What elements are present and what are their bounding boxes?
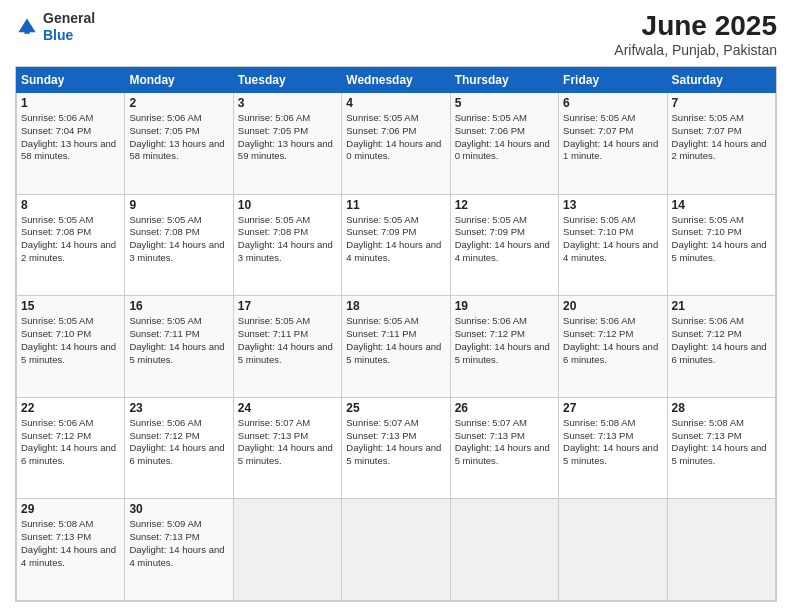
day-number: 13 (563, 198, 662, 212)
col-thursday: Thursday (450, 68, 558, 93)
col-friday: Friday (559, 68, 667, 93)
day-number: 4 (346, 96, 445, 110)
table-row: 13Sunrise: 5:05 AMSunset: 7:10 PMDayligh… (559, 194, 667, 296)
table-row: 7Sunrise: 5:05 AMSunset: 7:07 PMDaylight… (667, 93, 775, 195)
day-info: Sunrise: 5:08 AMSunset: 7:13 PMDaylight:… (21, 518, 120, 569)
day-info: Sunrise: 5:05 AMSunset: 7:10 PMDaylight:… (21, 315, 120, 366)
header: General Blue June 2025 Arifwala, Punjab,… (15, 10, 777, 58)
day-info: Sunrise: 5:05 AMSunset: 7:07 PMDaylight:… (563, 112, 662, 163)
calendar-row: 15Sunrise: 5:05 AMSunset: 7:10 PMDayligh… (17, 296, 776, 398)
day-info: Sunrise: 5:06 AMSunset: 7:12 PMDaylight:… (455, 315, 554, 366)
day-info: Sunrise: 5:05 AMSunset: 7:11 PMDaylight:… (346, 315, 445, 366)
col-monday: Monday (125, 68, 233, 93)
table-row: 4Sunrise: 5:05 AMSunset: 7:06 PMDaylight… (342, 93, 450, 195)
day-number: 22 (21, 401, 120, 415)
day-number: 14 (672, 198, 771, 212)
table-row: 11Sunrise: 5:05 AMSunset: 7:09 PMDayligh… (342, 194, 450, 296)
day-info: Sunrise: 5:05 AMSunset: 7:06 PMDaylight:… (455, 112, 554, 163)
calendar-header: Sunday Monday Tuesday Wednesday Thursday… (17, 68, 776, 93)
table-row: 12Sunrise: 5:05 AMSunset: 7:09 PMDayligh… (450, 194, 558, 296)
day-number: 20 (563, 299, 662, 313)
day-number: 3 (238, 96, 337, 110)
table-row: 5Sunrise: 5:05 AMSunset: 7:06 PMDaylight… (450, 93, 558, 195)
day-info: Sunrise: 5:09 AMSunset: 7:13 PMDaylight:… (129, 518, 228, 569)
day-number: 15 (21, 299, 120, 313)
col-tuesday: Tuesday (233, 68, 341, 93)
day-number: 18 (346, 299, 445, 313)
day-number: 9 (129, 198, 228, 212)
day-info: Sunrise: 5:05 AMSunset: 7:08 PMDaylight:… (21, 214, 120, 265)
day-info: Sunrise: 5:05 AMSunset: 7:11 PMDaylight:… (238, 315, 337, 366)
day-number: 5 (455, 96, 554, 110)
day-number: 7 (672, 96, 771, 110)
logo-icon (15, 15, 39, 39)
day-number: 27 (563, 401, 662, 415)
day-info: Sunrise: 5:07 AMSunset: 7:13 PMDaylight:… (346, 417, 445, 468)
table-row: 19Sunrise: 5:06 AMSunset: 7:12 PMDayligh… (450, 296, 558, 398)
table-row: 30Sunrise: 5:09 AMSunset: 7:13 PMDayligh… (125, 499, 233, 601)
month-title: June 2025 (614, 10, 777, 42)
table-row: 25Sunrise: 5:07 AMSunset: 7:13 PMDayligh… (342, 397, 450, 499)
table-row: 27Sunrise: 5:08 AMSunset: 7:13 PMDayligh… (559, 397, 667, 499)
title-block: June 2025 Arifwala, Punjab, Pakistan (614, 10, 777, 58)
day-info: Sunrise: 5:05 AMSunset: 7:08 PMDaylight:… (129, 214, 228, 265)
day-info: Sunrise: 5:05 AMSunset: 7:10 PMDaylight:… (672, 214, 771, 265)
calendar-body: 1Sunrise: 5:06 AMSunset: 7:04 PMDaylight… (17, 93, 776, 601)
table-row (450, 499, 558, 601)
day-number: 29 (21, 502, 120, 516)
day-number: 2 (129, 96, 228, 110)
logo-text: General Blue (43, 10, 95, 44)
calendar-row: 1Sunrise: 5:06 AMSunset: 7:04 PMDaylight… (17, 93, 776, 195)
day-info: Sunrise: 5:08 AMSunset: 7:13 PMDaylight:… (563, 417, 662, 468)
table-row: 24Sunrise: 5:07 AMSunset: 7:13 PMDayligh… (233, 397, 341, 499)
day-info: Sunrise: 5:05 AMSunset: 7:09 PMDaylight:… (346, 214, 445, 265)
table-row: 20Sunrise: 5:06 AMSunset: 7:12 PMDayligh… (559, 296, 667, 398)
day-number: 10 (238, 198, 337, 212)
table-row: 16Sunrise: 5:05 AMSunset: 7:11 PMDayligh… (125, 296, 233, 398)
logo-blue: Blue (43, 27, 73, 43)
day-info: Sunrise: 5:05 AMSunset: 7:10 PMDaylight:… (563, 214, 662, 265)
day-info: Sunrise: 5:06 AMSunset: 7:12 PMDaylight:… (672, 315, 771, 366)
day-number: 25 (346, 401, 445, 415)
day-number: 17 (238, 299, 337, 313)
day-info: Sunrise: 5:06 AMSunset: 7:05 PMDaylight:… (238, 112, 337, 163)
day-info: Sunrise: 5:08 AMSunset: 7:13 PMDaylight:… (672, 417, 771, 468)
day-info: Sunrise: 5:07 AMSunset: 7:13 PMDaylight:… (455, 417, 554, 468)
day-info: Sunrise: 5:06 AMSunset: 7:12 PMDaylight:… (21, 417, 120, 468)
day-number: 19 (455, 299, 554, 313)
table-row: 18Sunrise: 5:05 AMSunset: 7:11 PMDayligh… (342, 296, 450, 398)
day-number: 1 (21, 96, 120, 110)
day-info: Sunrise: 5:06 AMSunset: 7:12 PMDaylight:… (563, 315, 662, 366)
day-number: 8 (21, 198, 120, 212)
table-row: 26Sunrise: 5:07 AMSunset: 7:13 PMDayligh… (450, 397, 558, 499)
day-info: Sunrise: 5:05 AMSunset: 7:06 PMDaylight:… (346, 112, 445, 163)
calendar-row: 29Sunrise: 5:08 AMSunset: 7:13 PMDayligh… (17, 499, 776, 601)
logo-general: General (43, 10, 95, 26)
table-row: 2Sunrise: 5:06 AMSunset: 7:05 PMDaylight… (125, 93, 233, 195)
col-wednesday: Wednesday (342, 68, 450, 93)
day-number: 30 (129, 502, 228, 516)
day-info: Sunrise: 5:05 AMSunset: 7:07 PMDaylight:… (672, 112, 771, 163)
calendar-row: 8Sunrise: 5:05 AMSunset: 7:08 PMDaylight… (17, 194, 776, 296)
calendar-table: Sunday Monday Tuesday Wednesday Thursday… (16, 67, 776, 601)
day-info: Sunrise: 5:05 AMSunset: 7:09 PMDaylight:… (455, 214, 554, 265)
day-info: Sunrise: 5:06 AMSunset: 7:04 PMDaylight:… (21, 112, 120, 163)
table-row: 23Sunrise: 5:06 AMSunset: 7:12 PMDayligh… (125, 397, 233, 499)
table-row: 22Sunrise: 5:06 AMSunset: 7:12 PMDayligh… (17, 397, 125, 499)
table-row: 17Sunrise: 5:05 AMSunset: 7:11 PMDayligh… (233, 296, 341, 398)
day-number: 6 (563, 96, 662, 110)
svg-rect-1 (24, 29, 29, 34)
day-info: Sunrise: 5:07 AMSunset: 7:13 PMDaylight:… (238, 417, 337, 468)
table-row (342, 499, 450, 601)
day-info: Sunrise: 5:05 AMSunset: 7:11 PMDaylight:… (129, 315, 228, 366)
calendar: Sunday Monday Tuesday Wednesday Thursday… (15, 66, 777, 602)
table-row: 28Sunrise: 5:08 AMSunset: 7:13 PMDayligh… (667, 397, 775, 499)
day-number: 21 (672, 299, 771, 313)
table-row: 3Sunrise: 5:06 AMSunset: 7:05 PMDaylight… (233, 93, 341, 195)
day-info: Sunrise: 5:06 AMSunset: 7:05 PMDaylight:… (129, 112, 228, 163)
calendar-row: 22Sunrise: 5:06 AMSunset: 7:12 PMDayligh… (17, 397, 776, 499)
day-number: 12 (455, 198, 554, 212)
table-row (559, 499, 667, 601)
table-row (233, 499, 341, 601)
day-number: 26 (455, 401, 554, 415)
